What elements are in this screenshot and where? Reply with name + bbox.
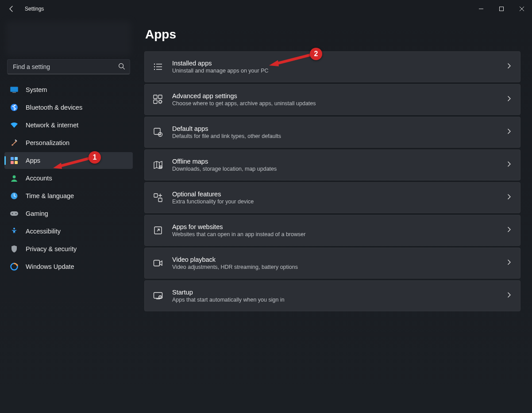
card-subtitle: Uninstall and manage apps on your PC	[172, 68, 498, 74]
chevron-right-icon	[507, 128, 511, 136]
card-startup[interactable]: Startup Apps that start automatically wh…	[144, 280, 520, 311]
card-title: Apps for websites	[172, 223, 498, 230]
map-icon	[153, 160, 163, 170]
chevron-right-icon	[507, 96, 511, 103]
sidebar-item-system[interactable]: System	[4, 81, 133, 98]
sidebar-nav: System Bluetooth & devices Network & int…	[4, 81, 133, 275]
card-subtitle: Defaults for file and link types, other …	[172, 133, 498, 139]
minimize-button[interactable]	[471, 0, 491, 18]
card-text: Offline maps Downloads, storage location…	[172, 158, 498, 172]
card-installed-apps[interactable]: Installed apps Uninstall and manage apps…	[144, 51, 520, 82]
sidebar-item-privacy[interactable]: Privacy & security	[4, 241, 133, 257]
search-input[interactable]	[7, 59, 130, 74]
shield-icon	[10, 245, 19, 253]
sidebar-item-personalization[interactable]: Personalization	[4, 134, 133, 151]
video-icon	[153, 258, 163, 268]
back-button[interactable]	[6, 4, 17, 14]
sidebar-item-accounts[interactable]: Accounts	[4, 170, 133, 187]
open-external-icon	[153, 225, 163, 236]
sidebar: System Bluetooth & devices Network & int…	[0, 18, 137, 413]
svg-rect-30	[154, 128, 160, 134]
close-button[interactable]	[512, 0, 532, 18]
svg-rect-33	[154, 194, 158, 197]
card-subtitle: Extra functionality for your device	[172, 199, 498, 205]
sidebar-item-accessibility[interactable]: Accessibility	[4, 223, 133, 240]
card-optional-features[interactable]: Optional features Extra functionality fo…	[144, 182, 520, 213]
card-video-playback[interactable]: Video playback Video adjustments, HDR st…	[144, 248, 520, 279]
card-offline-maps[interactable]: Offline maps Downloads, storage location…	[144, 149, 520, 180]
update-icon	[10, 262, 19, 271]
titlebar: Settings	[0, 0, 532, 18]
chevron-right-icon	[507, 226, 511, 234]
search-icon	[118, 62, 126, 72]
default-apps-icon	[153, 127, 163, 138]
sidebar-item-label: Personalization	[26, 139, 69, 146]
sidebar-item-time-language[interactable]: Time & language	[4, 187, 133, 204]
sidebar-item-label: Time & language	[26, 192, 74, 199]
app-title: Settings	[25, 6, 44, 12]
card-text: Installed apps Uninstall and manage apps…	[172, 60, 498, 74]
svg-rect-37	[154, 293, 162, 298]
card-apps-for-websites[interactable]: Apps for websites Websites that can open…	[144, 215, 520, 246]
accessibility-icon	[10, 227, 19, 236]
sidebar-item-label: Accounts	[26, 175, 52, 182]
card-text: Default apps Defaults for file and link …	[172, 125, 498, 139]
chevron-right-icon	[507, 259, 511, 267]
card-text: Startup Apps that start automatically wh…	[172, 289, 498, 303]
card-title: Advanced app settings	[172, 92, 498, 99]
list-icon	[153, 61, 163, 72]
startup-icon	[153, 291, 163, 301]
svg-point-22	[154, 66, 155, 67]
card-text: Apps for websites Websites that can open…	[172, 223, 498, 237]
annotation-badge-2: 2	[310, 48, 322, 60]
sidebar-item-apps[interactable]: Apps	[4, 152, 133, 169]
optional-features-icon	[153, 192, 163, 203]
card-subtitle: Choose where to get apps, archive apps, …	[172, 100, 498, 107]
card-title: Installed apps	[172, 60, 498, 67]
card-title: Video playback	[172, 256, 498, 263]
svg-rect-4	[11, 87, 18, 92]
svg-rect-1	[500, 7, 504, 11]
system-icon	[10, 85, 19, 94]
svg-rect-11	[15, 161, 18, 164]
card-subtitle: Apps that start automatically when you s…	[172, 297, 498, 303]
body: System Bluetooth & devices Network & int…	[0, 18, 532, 413]
card-default-apps[interactable]: Default apps Defaults for file and link …	[144, 117, 520, 148]
user-account-block[interactable]	[6, 21, 131, 56]
svg-rect-9	[15, 157, 18, 160]
svg-rect-34	[158, 198, 162, 202]
wifi-icon	[10, 121, 19, 130]
svg-point-2	[119, 64, 123, 68]
sidebar-item-label: Bluetooth & devices	[26, 104, 82, 111]
card-text: Optional features Extra functionality fo…	[172, 191, 498, 205]
sidebar-item-label: Apps	[26, 157, 40, 164]
card-subtitle: Downloads, storage location, map updates	[172, 166, 498, 172]
card-subtitle: Websites that can open in an app instead…	[172, 231, 498, 237]
maximize-button[interactable]	[491, 0, 512, 18]
sidebar-item-bluetooth[interactable]: Bluetooth & devices	[4, 99, 133, 116]
chevron-right-icon	[507, 292, 511, 300]
svg-point-17	[13, 228, 15, 229]
settings-card-list: Installed apps Uninstall and manage apps…	[144, 51, 520, 311]
svg-line-3	[123, 68, 125, 69]
card-advanced-app-settings[interactable]: Advanced app settings Choose where to ge…	[144, 84, 520, 115]
chevron-right-icon	[507, 63, 511, 71]
window-controls	[471, 0, 532, 18]
sidebar-item-gaming[interactable]: Gaming	[4, 205, 133, 222]
svg-rect-36	[154, 260, 160, 266]
svg-point-12	[13, 176, 16, 179]
card-title: Default apps	[172, 125, 498, 132]
card-title: Offline maps	[172, 158, 498, 165]
sidebar-item-label: Accessibility	[26, 228, 61, 235]
svg-rect-8	[11, 157, 14, 160]
sidebar-item-windows-update[interactable]: Windows Update	[4, 258, 133, 275]
brush-icon	[10, 138, 19, 147]
svg-point-20	[154, 64, 155, 65]
sidebar-item-label: Windows Update	[26, 263, 74, 270]
annotation-badge-1: 1	[89, 151, 101, 164]
clock-globe-icon	[10, 191, 19, 200]
sidebar-item-label: Gaming	[26, 210, 48, 217]
sidebar-item-label: Network & internet	[26, 122, 78, 129]
sidebar-item-network[interactable]: Network & internet	[4, 117, 133, 134]
apps-icon	[10, 156, 19, 165]
